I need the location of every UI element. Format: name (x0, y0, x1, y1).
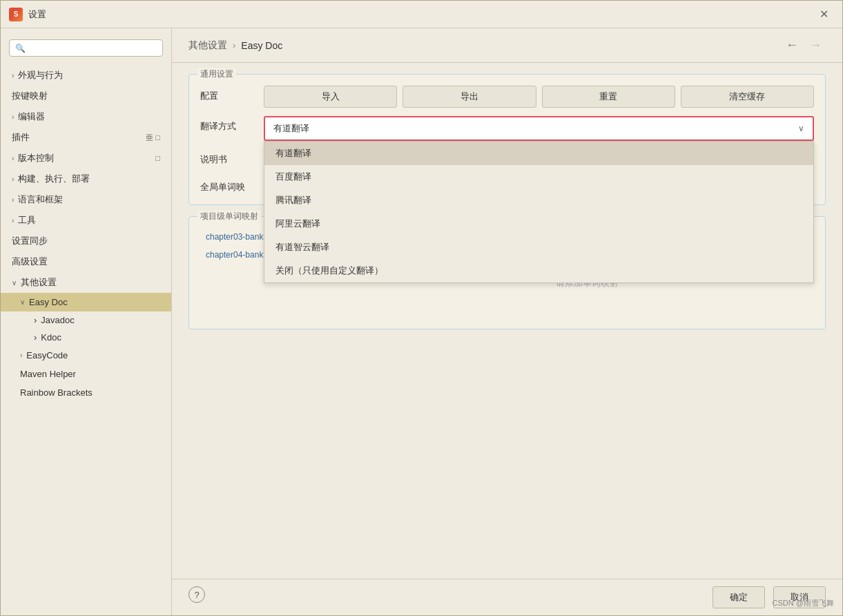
sidebar-item-label: 编辑器 (18, 110, 160, 123)
chevron-down-icon: ∨ (798, 124, 804, 133)
vcs-badge: □ (155, 154, 160, 162)
global-vocab-label: 全局单词映 (200, 177, 255, 193)
sidebar-item-appearance[interactable]: › 外观与行为 (1, 65, 171, 86)
dropdown-item-youdao-smart[interactable]: 有道智云翻译 (264, 235, 813, 259)
arrow-icon: › (12, 175, 14, 183)
sidebar-item-rainbow[interactable]: Rainbow Brackets (1, 383, 171, 402)
sidebar-item-label: Kdoc (41, 332, 61, 343)
dropdown-item-baidu[interactable]: 百度翻译 (264, 165, 813, 189)
arrow-icon: ∨ (12, 279, 17, 287)
arrow-icon: › (34, 332, 37, 343)
sidebar-item-label: 按键映射 (12, 90, 160, 102)
settings-window: S 设置 ✕ 🔍 › 外观与行为 按键映射 › 编辑器 插件 (0, 0, 843, 616)
sidebar-item-label: 插件 (12, 131, 142, 144)
breadcrumb-separator: › (233, 40, 235, 50)
config-label: 配置 (200, 86, 255, 102)
sidebar-item-label: 构建、执行、部署 (18, 173, 160, 185)
sidebar-item-label: 外观与行为 (18, 69, 160, 81)
breadcrumb-nav: ← → (782, 37, 826, 54)
search-bar[interactable]: 🔍 (9, 39, 163, 57)
arrow-icon: › (12, 113, 14, 121)
help-button[interactable]: ? (188, 586, 205, 603)
app-icon: S (9, 8, 23, 21)
sidebar-item-label: Javadoc (41, 315, 74, 325)
window-title: 设置 (28, 8, 814, 21)
import-button[interactable]: 导入 (264, 86, 397, 108)
search-icon: 🔍 (15, 44, 26, 53)
sidebar-item-vcs[interactable]: › 版本控制 □ (1, 148, 171, 169)
sidebar-item-keymap[interactable]: 按键映射 (1, 86, 171, 106)
note-label: 说明书 (200, 149, 255, 166)
breadcrumb-current: Easy Doc (241, 40, 282, 51)
content-area: 其他设置 › Easy Doc ← → 通用设置 配置 导入 (172, 28, 842, 615)
main-content: 🔍 › 外观与行为 按键映射 › 编辑器 插件 亜 □ › 版本控制 (1, 28, 842, 615)
sidebar-item-build[interactable]: › 构建、执行、部署 (1, 169, 171, 189)
sidebar-item-advanced[interactable]: 高级设置 (1, 251, 171, 272)
arrow-icon: › (34, 315, 37, 325)
sidebar-item-tools[interactable]: › 工具 (1, 210, 171, 231)
reset-button[interactable]: 重置 (542, 86, 675, 108)
project-section-label: 项目级单词映射 (197, 211, 261, 222)
dropdown-item-close[interactable]: 关闭（只使用自定义翻译） (264, 259, 813, 282)
arrow-icon: › (12, 72, 14, 79)
translation-label: 翻译方式 (200, 116, 255, 133)
sidebar-item-label: 语言和框架 (18, 193, 160, 206)
watermark: CSDN @雨雪飞舞 (773, 598, 834, 608)
export-button[interactable]: 导出 (403, 86, 536, 108)
sidebar-item-editor[interactable]: › 编辑器 (1, 106, 171, 127)
search-input[interactable] (30, 43, 157, 53)
sidebar-item-easydoc[interactable]: ∨ Easy Doc (1, 293, 171, 311)
arrow-icon: › (12, 155, 14, 162)
general-section: 通用设置 配置 导入 导出 重置 清空缓存 翻译方式 (188, 74, 826, 205)
sidebar-item-javadoc[interactable]: › Javadoc (1, 311, 171, 329)
translation-row: 翻译方式 有道翻译 ∨ 有道翻译 百度翻译 腾讯翻译 阿里云翻 (200, 116, 814, 141)
sidebar-item-kdoc[interactable]: › Kdoc (1, 329, 171, 346)
breadcrumb-parent: 其他设置 (188, 39, 227, 52)
bottom-bar: ? 确定 取消 (172, 579, 842, 615)
plugin-badge: 亜 □ (146, 133, 160, 143)
sidebar-item-label: 高级设置 (12, 256, 160, 268)
arrow-icon: › (12, 217, 14, 224)
sidebar-item-label: 版本控制 (18, 152, 151, 164)
sidebar-item-maven[interactable]: Maven Helper (1, 365, 171, 383)
close-button[interactable]: ✕ (814, 6, 834, 23)
translation-container: 有道翻译 ∨ 有道翻译 百度翻译 腾讯翻译 阿里云翻译 有道智云翻译 关闭（只使… (264, 116, 814, 141)
general-section-label: 通用设置 (197, 68, 236, 80)
nav-back-button[interactable]: ← (782, 37, 802, 54)
sidebar: 🔍 › 外观与行为 按键映射 › 编辑器 插件 亜 □ › 版本控制 (1, 28, 172, 615)
clear-cache-button[interactable]: 清空缓存 (681, 86, 814, 108)
sidebar-item-label: 工具 (18, 214, 160, 227)
sidebar-item-other[interactable]: ∨ 其他设置 (1, 272, 171, 293)
sidebar-item-label: Rainbow Brackets (20, 387, 160, 398)
config-controls: 导入 导出 重置 清空缓存 (264, 86, 814, 108)
translation-dropdown: 有道翻译 百度翻译 腾讯翻译 阿里云翻译 有道智云翻译 关闭（只使用自定义翻译） (264, 141, 814, 283)
arrow-icon: › (20, 352, 22, 359)
sidebar-item-label: Maven Helper (20, 369, 160, 379)
sidebar-item-label: 设置同步 (12, 235, 160, 247)
sidebar-item-lang[interactable]: › 语言和框架 (1, 189, 171, 210)
dropdown-item-youdao[interactable]: 有道翻译 (264, 142, 813, 165)
arrow-icon: ∨ (20, 298, 25, 306)
confirm-button[interactable]: 确定 (713, 586, 765, 608)
sidebar-item-sync[interactable]: 设置同步 (1, 231, 171, 251)
settings-content: 通用设置 配置 导入 导出 重置 清空缓存 翻译方式 (172, 63, 842, 579)
translation-select[interactable]: 有道翻译 ∨ (264, 116, 814, 141)
dropdown-item-tencent[interactable]: 腾讯翻译 (264, 189, 813, 212)
arrow-icon: › (12, 196, 14, 204)
breadcrumb-bar: 其他设置 › Easy Doc ← → (172, 28, 842, 63)
config-row: 配置 导入 导出 重置 清空缓存 (200, 86, 814, 108)
sidebar-item-label: Easy Doc (29, 297, 160, 307)
translation-selected-value: 有道翻译 (273, 122, 309, 135)
title-bar: S 设置 ✕ (1, 1, 842, 28)
sidebar-item-label: EasyCode (26, 350, 160, 360)
nav-forward-button[interactable]: → (805, 37, 826, 54)
sidebar-item-easycode[interactable]: › EasyCode (1, 346, 171, 365)
sidebar-item-plugins[interactable]: 插件 亜 □ (1, 127, 171, 148)
sidebar-item-label: 其他设置 (21, 276, 160, 289)
dropdown-item-aliyun[interactable]: 阿里云翻译 (264, 212, 813, 235)
